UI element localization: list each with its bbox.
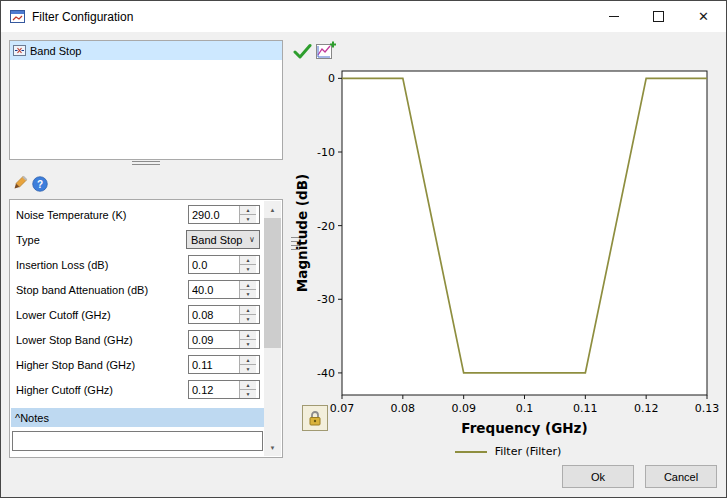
spin-box: ▲▼ [188,280,260,299]
property-label: Higher Stop Band (GHz) [16,359,188,371]
horizontal-splitter-handle[interactable] [132,161,160,167]
svg-text:0: 0 [328,72,335,85]
spin-box: ▲▼ [188,330,260,349]
type-dropdown[interactable]: Band Stop∨ [186,230,260,249]
magnitude-chart: 0.070.080.090.10.110.120.130-10-20-30-40… [293,63,723,443]
value-input[interactable] [189,256,239,273]
svg-text:0.1: 0.1 [516,402,534,415]
spin-up-button[interactable]: ▲ [240,206,256,215]
chart-icon [316,41,337,60]
property-row: Lower Stop Band (GHz)▲▼ [11,327,264,352]
spin-up-button[interactable]: ▲ [240,331,256,340]
chevron-down-icon: ∨ [245,235,259,244]
value-input[interactable] [189,281,239,298]
spin-down-button[interactable]: ▼ [240,215,256,223]
value-input[interactable] [189,381,239,398]
svg-text:-30: -30 [317,293,335,306]
property-label: Stop band Attenuation (dB) [16,284,188,296]
spin-box: ▲▼ [188,355,260,374]
notes-header-label: ^Notes [15,412,49,424]
value-input[interactable] [189,206,239,223]
close-icon: ✕ [698,10,709,23]
spin-buttons: ▲▼ [239,206,256,223]
minimize-button[interactable] [591,1,636,32]
spin-buttons: ▲▼ [239,306,256,323]
lock-icon [308,410,322,426]
svg-text:0.08: 0.08 [391,402,416,415]
property-label: Higher Cutoff (GHz) [16,384,188,396]
properties-panel: Noise Temperature (K)▲▼TypeBand Stop∨Ins… [9,199,283,458]
edit-pencil-button[interactable] [10,174,28,192]
spin-buttons: ▲▼ [239,256,256,273]
property-row: Insertion Loss (dB)▲▼ [11,252,264,277]
band-stop-icon [13,44,26,57]
svg-text:-20: -20 [317,220,335,233]
chart-legend: Filter (Filter) [293,445,723,458]
property-label: Noise Temperature (K) [16,209,188,221]
svg-text:0.09: 0.09 [451,402,476,415]
spin-box: ▲▼ [188,305,260,324]
cancel-button[interactable]: Cancel [645,465,717,488]
value-input[interactable] [189,331,239,348]
legend-line [455,451,487,453]
spin-up-button[interactable]: ▲ [240,281,256,290]
spin-buttons: ▲▼ [239,381,256,398]
property-label: Lower Cutoff (GHz) [16,309,188,321]
close-button[interactable]: ✕ [681,1,726,32]
spin-up-button[interactable]: ▲ [240,381,256,390]
property-label: Insertion Loss (dB) [16,259,188,271]
pencil-icon [11,175,28,192]
property-rows: Noise Temperature (K)▲▼TypeBand Stop∨Ins… [11,202,264,402]
spin-up-button[interactable]: ▲ [240,256,256,265]
spin-down-button[interactable]: ▼ [240,340,256,348]
spin-buttons: ▲▼ [239,356,256,373]
minimize-icon [609,16,619,17]
spin-up-button[interactable]: ▲ [240,306,256,315]
scrollbar-thumb[interactable] [264,218,281,348]
window-controls: ✕ [591,1,726,32]
spin-box: ▲▼ [188,205,260,224]
list-item-label: Band Stop [30,45,81,57]
spin-down-button[interactable]: ▼ [240,290,256,298]
help-icon: ? [32,176,48,192]
svg-text:0.12: 0.12 [634,402,659,415]
property-label: Type [16,234,186,246]
maximize-button[interactable] [636,1,681,32]
spin-down-button[interactable]: ▼ [240,265,256,273]
ok-button[interactable]: Ok [562,465,634,488]
value-input[interactable] [189,356,239,373]
app-icon [10,10,25,23]
list-item-band-stop[interactable]: Band Stop [10,41,282,60]
component-list[interactable]: Band Stop [9,40,283,160]
check-icon [293,43,312,59]
svg-text:-10: -10 [317,146,335,159]
svg-text:Frequency (GHz): Frequency (GHz) [461,420,587,436]
type-dropdown-value: Band Stop [187,234,245,246]
svg-text:-40: -40 [317,367,335,380]
axis-lock-button[interactable] [302,405,328,431]
property-row: Higher Cutoff (GHz)▲▼ [11,377,264,402]
spin-buttons: ▲▼ [239,331,256,348]
form-scrollbar[interactable]: ▲ ▼ [264,201,281,456]
help-button[interactable]: ? [32,176,48,192]
spin-down-button[interactable]: ▼ [240,315,256,323]
scrollbar-down-button[interactable]: ▼ [264,439,281,456]
spin-up-button[interactable]: ▲ [240,356,256,365]
notes-input[interactable] [12,431,263,451]
scrollbar-up-button[interactable]: ▲ [264,201,281,218]
svg-text:Magnitude (dB): Magnitude (dB) [294,174,310,292]
value-input[interactable] [189,306,239,323]
svg-text:0.13: 0.13 [695,402,720,415]
svg-text:0.11: 0.11 [573,402,598,415]
spin-down-button[interactable]: ▼ [240,390,256,398]
property-row: TypeBand Stop∨ [11,227,264,252]
svg-text:?: ? [37,179,43,190]
apply-button[interactable] [293,43,312,59]
add-plot-button[interactable] [316,41,337,60]
notes-section-header[interactable]: ^Notes [11,408,264,427]
property-row: Stop band Attenuation (dB)▲▼ [11,277,264,302]
maximize-icon [653,11,664,22]
spin-box: ▲▼ [188,255,260,274]
spin-down-button[interactable]: ▼ [240,365,256,373]
legend-label: Filter (Filter) [495,445,562,458]
